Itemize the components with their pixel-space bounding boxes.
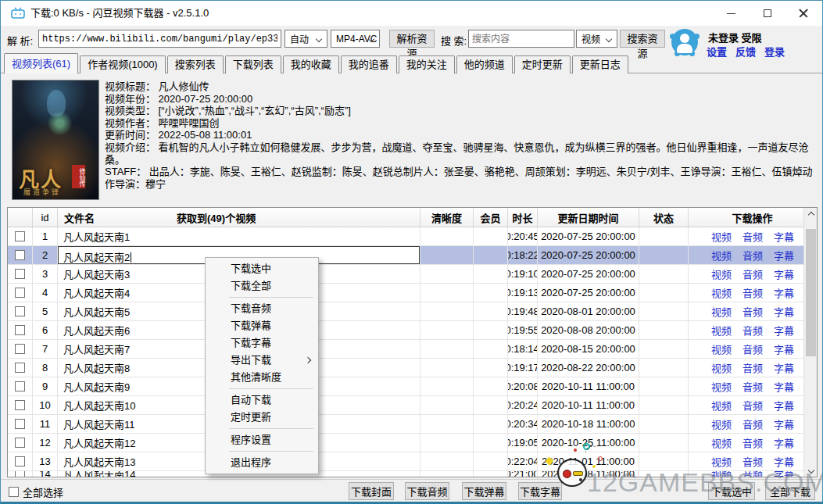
menu-item[interactable]: 下载全部 bbox=[206, 277, 318, 295]
row-checkbox[interactable] bbox=[15, 419, 25, 429]
row-checkbox[interactable] bbox=[15, 471, 25, 477]
row-checkbox[interactable] bbox=[15, 231, 25, 241]
download-video-link[interactable]: 视频 bbox=[711, 304, 732, 319]
row-checkbox[interactable] bbox=[15, 250, 25, 260]
download-subtitle-link[interactable]: 字幕 bbox=[774, 229, 794, 244]
row-checkbox[interactable] bbox=[15, 381, 25, 391]
tab-3[interactable]: 搜索列表 bbox=[167, 55, 224, 73]
download-video-link[interactable]: 视频 bbox=[711, 285, 732, 300]
download-subtitle-link[interactable]: 字幕 bbox=[774, 323, 794, 338]
download-subtitle-link[interactable]: 字幕 bbox=[774, 341, 794, 356]
parse-resource-button[interactable]: 解析资源 bbox=[389, 30, 435, 48]
search-type-select[interactable]: 视频 bbox=[576, 30, 617, 48]
table-row[interactable]: 10凡人风起天南1000:20:242020-10-11 11:00:00视频音… bbox=[8, 396, 817, 415]
download-video-link[interactable]: 视频 bbox=[711, 248, 732, 263]
table-row[interactable]: 1凡人风起天南100:20:452020-07-25 20:00:00视频音频字… bbox=[8, 227, 817, 246]
table-row[interactable]: 12凡人风起天南1200:19:052020-10-25 11:00:00视频音… bbox=[8, 434, 817, 452]
row-checkbox[interactable] bbox=[15, 363, 25, 373]
vertical-scrollbar[interactable] bbox=[803, 208, 817, 477]
close-button[interactable] bbox=[785, 1, 821, 26]
download-video-link[interactable]: 视频 bbox=[711, 360, 732, 375]
download-audio-link[interactable]: 音频 bbox=[742, 398, 763, 413]
table-row[interactable]: 11凡人风起天南1100:20:342020-10-18 11:00:00视频音… bbox=[8, 415, 817, 434]
tab-6[interactable]: 我的追番 bbox=[341, 55, 397, 73]
scroll-down-arrow[interactable] bbox=[804, 463, 818, 477]
format-select[interactable]: MP4-AVC bbox=[331, 30, 380, 48]
menu-item[interactable]: 自动下载 bbox=[206, 391, 318, 409]
download-audio-link[interactable]: 音频 bbox=[742, 360, 763, 375]
row-checkbox[interactable] bbox=[15, 344, 25, 354]
minimize-button[interactable] bbox=[713, 1, 749, 26]
download-audio-link[interactable]: 音频 bbox=[742, 379, 763, 394]
account-link[interactable]: 登录 bbox=[764, 44, 785, 59]
download-subtitle-link[interactable]: 字幕 bbox=[774, 360, 794, 375]
download-video-link[interactable]: 视频 bbox=[711, 341, 732, 356]
menu-item[interactable]: 程序设置 bbox=[206, 431, 318, 449]
account-link[interactable]: 设置 bbox=[707, 44, 727, 59]
download-audio-link[interactable]: 音频 bbox=[742, 341, 763, 356]
maximize-button[interactable] bbox=[750, 1, 785, 26]
table-row[interactable]: 6凡人风起天南600:19:552020-08-08 20:00:00视频音频字… bbox=[8, 321, 817, 340]
download-audio-link[interactable]: 音频 bbox=[742, 304, 763, 319]
download-audio-link[interactable]: 音频 bbox=[742, 416, 763, 431]
download-video-link[interactable]: 视频 bbox=[711, 471, 732, 477]
download-subtitle-link[interactable]: 字幕 bbox=[774, 471, 794, 477]
tab-10[interactable]: 更新日志 bbox=[572, 55, 628, 73]
download-danmaku-button[interactable]: 下载弹幕 bbox=[462, 482, 506, 500]
download-video-link[interactable]: 视频 bbox=[711, 266, 732, 281]
download-subtitle-link[interactable]: 字幕 bbox=[774, 398, 794, 413]
tab-2[interactable]: 作者视频(1000) bbox=[80, 55, 166, 73]
menu-item[interactable]: 退出程序 bbox=[206, 454, 318, 471]
row-checkbox[interactable] bbox=[15, 288, 25, 298]
scroll-up-arrow[interactable] bbox=[804, 208, 818, 221]
download-subtitle-link[interactable]: 字幕 bbox=[774, 248, 794, 263]
scrollbar-thumb[interactable] bbox=[806, 229, 816, 356]
menu-item[interactable]: 导出下载 bbox=[206, 352, 318, 369]
menu-item[interactable]: 下载选中 bbox=[206, 260, 318, 277]
table-row[interactable]: 9凡人风起天南900:20:082020-10-11 11:00:00视频音频字… bbox=[8, 377, 817, 396]
download-audio-link[interactable]: 音频 bbox=[742, 248, 763, 263]
row-checkbox[interactable] bbox=[15, 306, 25, 316]
download-selected-button[interactable]: 下载选中 bbox=[708, 482, 755, 500]
download-video-link[interactable]: 视频 bbox=[711, 229, 732, 244]
table-row[interactable]: 4凡人风起天南400:19:132020-07-25 20:00:00视频音频字… bbox=[8, 284, 817, 302]
download-subtitle-button[interactable]: 下载字幕 bbox=[518, 482, 562, 500]
tab-9[interactable]: 定时更新 bbox=[514, 55, 571, 73]
menu-item[interactable]: 下载弹幕 bbox=[206, 317, 318, 334]
tab-1[interactable]: 视频列表(61) bbox=[4, 53, 78, 73]
download-video-link[interactable]: 视频 bbox=[711, 454, 732, 469]
download-all-button[interactable]: 全部下载 bbox=[765, 482, 815, 500]
download-subtitle-link[interactable]: 字幕 bbox=[774, 379, 794, 394]
download-video-link[interactable]: 视频 bbox=[711, 323, 732, 338]
download-video-link[interactable]: 视频 bbox=[711, 416, 732, 431]
download-subtitle-link[interactable]: 字幕 bbox=[774, 435, 794, 450]
download-video-link[interactable]: 视频 bbox=[711, 379, 732, 394]
download-cover-button[interactable]: 下载封面 bbox=[349, 482, 394, 500]
download-audio-link[interactable]: 音频 bbox=[742, 454, 763, 469]
url-input[interactable] bbox=[38, 30, 281, 48]
select-all[interactable]: 全部选择 bbox=[9, 484, 63, 499]
table-row[interactable]: 2凡人风起天南200:18:222020-07-25 20:00:00视频音频字… bbox=[8, 246, 817, 265]
table-row[interactable]: 7凡人风起天南700:18:142020-08-15 20:00:00视频音频字… bbox=[8, 340, 817, 359]
download-audio-link[interactable]: 音频 bbox=[742, 285, 763, 300]
search-input[interactable] bbox=[468, 30, 574, 48]
menu-item[interactable]: 其他清晰度 bbox=[206, 369, 318, 386]
tab-5[interactable]: 我的收藏 bbox=[283, 55, 339, 73]
row-checkbox[interactable] bbox=[15, 438, 25, 448]
download-subtitle-link[interactable]: 字幕 bbox=[774, 266, 794, 281]
row-checkbox[interactable] bbox=[15, 269, 25, 279]
download-subtitle-link[interactable]: 字幕 bbox=[774, 304, 794, 319]
table-row[interactable]: 13凡人风起天南1300:22:042020-11-01 11:00:00视频音… bbox=[8, 452, 817, 471]
quality-select[interactable]: 自动 bbox=[284, 30, 327, 48]
download-video-link[interactable]: 视频 bbox=[711, 435, 732, 450]
table-row[interactable]: 14凡人风起天南1400:21:002020-11-08 11:00:00视频音… bbox=[8, 471, 817, 477]
download-subtitle-link[interactable]: 字幕 bbox=[774, 454, 794, 469]
select-all-checkbox[interactable] bbox=[9, 487, 19, 497]
row-checkbox[interactable] bbox=[15, 456, 25, 466]
account-link[interactable]: 反馈 bbox=[735, 44, 756, 59]
tab-8[interactable]: 他的频道 bbox=[456, 55, 513, 73]
download-audio-link[interactable]: 音频 bbox=[742, 229, 763, 244]
table-row[interactable]: 8凡人风起天南800:19:172020-08-22 20:00:00视频音频字… bbox=[8, 359, 817, 377]
download-audio-link[interactable]: 音频 bbox=[742, 471, 763, 477]
table-row[interactable]: 3凡人风起天南300:19:102020-07-25 20:00:00视频音频字… bbox=[8, 265, 817, 284]
